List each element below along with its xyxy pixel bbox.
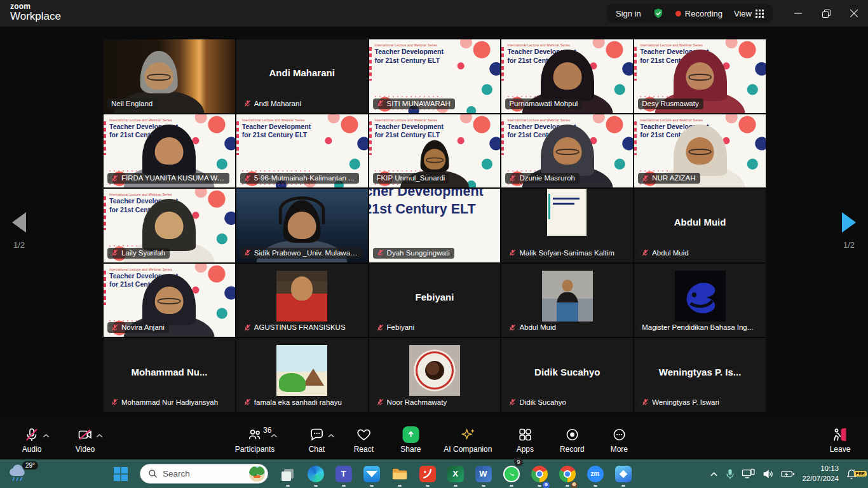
participant-tile-abdul-muid[interactable]: Abdul Muid [501, 264, 633, 337]
chrome-profile1-app[interactable] [531, 459, 548, 488]
whatsapp-app[interactable]: 9 [503, 459, 520, 488]
slide-kicker-text: International Lecture and Webinar Series [109, 268, 172, 271]
slide-side-strip [236, 121, 239, 155]
audio-button[interactable]: Audio [18, 426, 46, 454]
participant-tile-andi-maharani[interactable]: Andi MaharaniAndi Maharani [236, 39, 368, 113]
tray-microphone-icon[interactable] [726, 468, 735, 480]
minimize-button[interactable] [784, 0, 812, 27]
tray-hidden-icons-chevron[interactable] [709, 471, 719, 477]
taskbar-weather-widget[interactable]: 29° [6, 463, 34, 485]
react-label: React [354, 445, 374, 454]
record-button[interactable]: Record [558, 426, 586, 454]
edge-app[interactable] [307, 459, 324, 488]
zoom-app[interactable]: zm [587, 459, 604, 488]
participant-name-label: Dzunie Masruroh [505, 173, 580, 184]
excel-app[interactable]: X [447, 459, 464, 488]
chrome-profile1-badge [542, 481, 550, 488]
chrome-profile2-badge [570, 481, 578, 488]
participant-tile-famala-eka-sanhadi-rahayu[interactable]: famala eka sanhadi rahayu [236, 338, 368, 412]
participant-tile-firda-yuanita-kusuma-wa[interactable]: International Lecture and Webinar Series… [104, 114, 235, 188]
meeting-status-pill: Sign in Recording View [607, 4, 773, 23]
tray-display-cast-icon[interactable] [742, 468, 756, 480]
search-daily-image[interactable] [249, 466, 265, 482]
tray-volume-icon[interactable] [763, 469, 774, 479]
react-button[interactable]: React [349, 426, 377, 454]
next-page-button[interactable]: 1/2 [835, 212, 863, 250]
zoom-workplace-window: { "titlebar": { "brand_top": "zoom", "br… [0, 0, 868, 488]
muted-mic-icon [509, 249, 516, 256]
video-button[interactable]: Video [71, 426, 99, 454]
word-icon: W [475, 466, 492, 482]
participant-name-label: Malik Sofyan-Sanimas Kaltim [505, 248, 619, 259]
participant-tile-desy-rusmawaty[interactable]: International Lecture and Webinar Series… [634, 39, 766, 113]
teams-icon: T [336, 466, 352, 482]
leave-door-icon [832, 427, 848, 442]
participant-tile-sidik-prabowo-univ-mulawar[interactable]: Sidik Prabowo _Univ. Mulawar... [236, 189, 368, 262]
participant-tile-magister-pendidikan-bahasa-ing[interactable]: Magister Pendidikan Bahasa Ing... [634, 264, 766, 337]
more-button[interactable]: More [605, 426, 633, 454]
pdf-app[interactable] [419, 459, 436, 488]
taskbar-clock[interactable]: 10:13 22/07/2024 [802, 464, 839, 484]
slide-kicker-text: International Lecture and Webinar Series [640, 118, 703, 122]
participant-tile-nur-azizah[interactable]: International Lecture and Webinar Series… [634, 114, 766, 188]
audio-options-chevron[interactable] [43, 431, 50, 440]
participant-tile-abdul-muid[interactable]: Abdul MuidAbdul Muid [634, 189, 766, 262]
participant-tile-siti-munawarah[interactable]: International Lecture and Webinar Series… [369, 39, 501, 113]
participants-icon [247, 427, 262, 442]
participant-tile-5-96-mutmainah-kalimantan[interactable]: International Lecture and Webinar Series… [236, 114, 368, 188]
previous-page-button[interactable]: 1/2 [5, 212, 33, 250]
edge-icon [308, 466, 324, 482]
close-button[interactable] [840, 0, 868, 27]
file-explorer-app[interactable] [391, 459, 408, 488]
participant-tile-laily-syarifah[interactable]: International Lecture and Webinar Series… [104, 189, 235, 262]
chat-button[interactable]: Chat [302, 426, 330, 454]
participant-name-label: NUR AZIZAH [638, 173, 700, 184]
participant-tile-novira-anjani[interactable]: International Lecture and Webinar Series… [104, 264, 235, 337]
participant-tile-febiyani[interactable]: FebiyaniFebiyani [369, 264, 501, 337]
photos-app[interactable] [614, 459, 632, 488]
apps-button[interactable]: Apps [511, 426, 539, 454]
participant-tile-didik-sucahyo[interactable]: Didik SucahyoDidik Sucahyo [501, 338, 633, 412]
mail-app[interactable] [363, 459, 380, 488]
chat-options-chevron[interactable] [327, 431, 334, 440]
sign-in-button[interactable]: Sign in [616, 9, 641, 18]
chrome-profile2-app[interactable] [559, 459, 576, 488]
muted-mic-icon [509, 398, 516, 405]
share-button[interactable]: Share [397, 426, 424, 454]
participants-button[interactable]: 36 Participants [235, 426, 284, 454]
participant-tile-purnamawati-mohpul[interactable]: International Lecture and Webinar Series… [501, 39, 633, 113]
participant-name-label: SITI MUNAWARAH [373, 98, 455, 109]
participant-tile-dzunie-masruroh[interactable]: International Lecture and Webinar Series… [501, 114, 633, 188]
task-view-button[interactable] [279, 459, 296, 488]
recording-indicator: Recording [675, 9, 722, 18]
participants-options-chevron[interactable] [271, 431, 278, 440]
slide-title: Teacher Developmentfor 21st Century ELT [375, 123, 444, 140]
word-app[interactable]: W [475, 459, 492, 488]
photos-icon [615, 466, 632, 482]
participant-tile-mohammad-nur-hadiyansyah[interactable]: Mohammad Nu...Mohammad Nur Hadiyansyah [104, 338, 235, 412]
tray-battery-icon[interactable] [781, 470, 795, 478]
participant-tile-fkip-unmul-sunardi[interactable]: International Lecture and Webinar Series… [369, 114, 501, 188]
security-shield-icon[interactable] [653, 8, 664, 19]
start-button[interactable] [112, 459, 129, 488]
participant-tile-noor-rachmawaty[interactable]: Noor Rachmawaty [369, 338, 501, 412]
participant-tile-weningtyas-p-iswari[interactable]: Weningtyas P. Is...Weningtyas P. Iswari [634, 338, 766, 412]
ai-companion-label: AI Companion [444, 445, 492, 454]
muted-mic-icon [244, 324, 251, 331]
restore-button[interactable] [812, 0, 840, 27]
slide-title: Teacher Developmentfor 21st Century ELT [369, 189, 484, 218]
muted-mic-icon [377, 324, 384, 331]
video-options-chevron[interactable] [96, 431, 103, 440]
leave-button[interactable]: Leave [826, 426, 854, 454]
view-button[interactable]: View [734, 9, 764, 18]
participant-tile-agustinus-fransiskus[interactable]: AGUSTINUS FRANSISKUS [236, 264, 368, 337]
brand-workplace: Workplace [10, 11, 61, 22]
system-tray: 10:13 22/07/2024 z PRE [709, 459, 864, 488]
participant-name-label: FKIP Unmul_Sunardi [373, 173, 450, 184]
participant-tile-neil-england[interactable]: Neil England [104, 39, 235, 113]
ai-companion-button[interactable]: AI Companion [444, 426, 492, 454]
participant-tile-dyah-sunggingwati[interactable]: International Lecture and Webinar Series… [369, 189, 501, 262]
teams-app[interactable]: T [335, 459, 352, 488]
participant-tile-malik-sofyan-sanimas-kaltim[interactable]: Malik Sofyan-Sanimas Kaltim [501, 189, 633, 262]
taskbar-search[interactable]: Search [140, 464, 268, 484]
